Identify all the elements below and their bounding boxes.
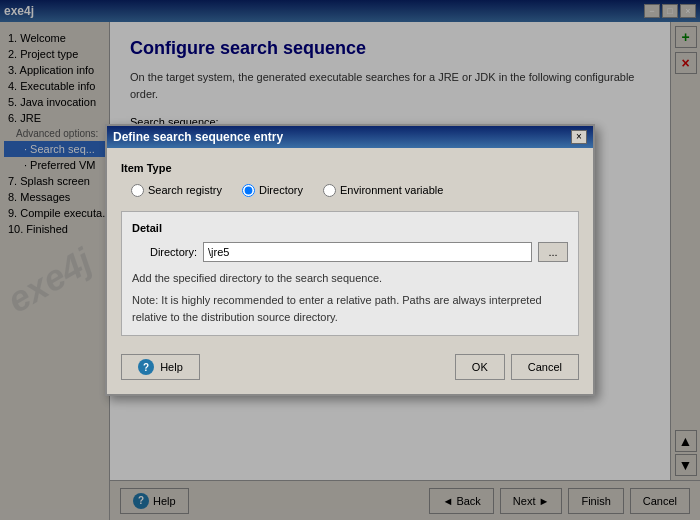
dialog-close-button[interactable]: × <box>571 130 587 144</box>
radio-directory-input[interactable] <box>242 184 255 197</box>
radio-env-variable-label: Environment variable <box>340 184 443 196</box>
radio-directory[interactable]: Directory <box>242 184 303 197</box>
radio-env-variable-input[interactable] <box>323 184 336 197</box>
detail-section: Detail Directory: ... Add the specified … <box>121 211 579 337</box>
detail-label: Detail <box>132 222 568 234</box>
browse-button[interactable]: ... <box>538 242 568 262</box>
dialog-overlay: Define search sequence entry × Item Type… <box>0 0 700 520</box>
dialog-body: Item Type Search registry Directory Envi… <box>107 148 593 395</box>
item-type-label: Item Type <box>121 162 579 174</box>
radio-directory-label: Directory <box>259 184 303 196</box>
dialog-ok-button[interactable]: OK <box>455 354 505 380</box>
dialog-title: Define search sequence entry <box>113 130 283 144</box>
radio-search-registry-input[interactable] <box>131 184 144 197</box>
dialog-title-bar: Define search sequence entry × <box>107 126 593 148</box>
dialog-help-icon: ? <box>138 359 154 375</box>
dialog-help-button[interactable]: ? Help <box>121 354 200 380</box>
radio-search-registry[interactable]: Search registry <box>131 184 222 197</box>
dialog-buttons: ? Help OK Cancel <box>121 346 579 380</box>
directory-input[interactable] <box>203 242 532 262</box>
directory-field-row: Directory: ... <box>132 242 568 262</box>
dialog-right-buttons: OK Cancel <box>455 354 579 380</box>
dialog: Define search sequence entry × Item Type… <box>105 124 595 397</box>
radio-search-registry-label: Search registry <box>148 184 222 196</box>
note-text: Note: It is highly recommended to enter … <box>132 292 568 325</box>
directory-label: Directory: <box>132 246 197 258</box>
dialog-cancel-button[interactable]: Cancel <box>511 354 579 380</box>
radio-group: Search registry Directory Environment va… <box>121 184 579 197</box>
radio-env-variable[interactable]: Environment variable <box>323 184 443 197</box>
hint-text: Add the specified directory to the searc… <box>132 270 568 287</box>
